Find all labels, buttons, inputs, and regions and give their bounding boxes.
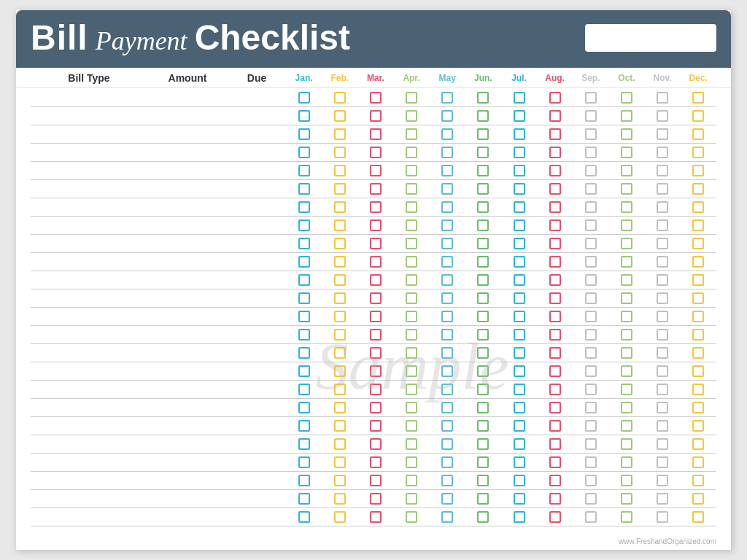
checkbox[interactable]: [692, 329, 704, 341]
checkbox[interactable]: [657, 493, 668, 505]
checkbox[interactable]: [441, 438, 453, 450]
checkbox[interactable]: [334, 311, 346, 322]
due-cell[interactable]: [228, 419, 286, 432]
checkbox[interactable]: [370, 493, 382, 505]
checkbox[interactable]: [621, 384, 632, 395]
amount-cell[interactable]: [147, 237, 228, 250]
checkbox[interactable]: [370, 420, 382, 432]
checkbox[interactable]: [441, 165, 453, 176]
due-cell[interactable]: [228, 365, 286, 378]
bill-type-cell[interactable]: [31, 510, 147, 524]
checkbox[interactable]: [334, 147, 346, 158]
checkbox[interactable]: [406, 438, 417, 450]
checkbox[interactable]: [549, 128, 561, 140]
checkbox[interactable]: [477, 420, 489, 432]
checkbox[interactable]: [406, 128, 417, 140]
checkbox[interactable]: [621, 274, 632, 286]
checkbox[interactable]: [549, 256, 561, 268]
checkbox[interactable]: [441, 238, 453, 249]
checkbox[interactable]: [621, 402, 632, 413]
checkbox[interactable]: [585, 92, 597, 104]
checkbox[interactable]: [585, 256, 597, 268]
checkbox[interactable]: [621, 493, 632, 505]
checkbox[interactable]: [657, 511, 668, 523]
checkbox[interactable]: [514, 128, 525, 140]
checkbox[interactable]: [370, 256, 382, 268]
checkbox[interactable]: [370, 511, 382, 523]
checkbox[interactable]: [692, 201, 704, 213]
checkbox[interactable]: [657, 420, 668, 432]
checkbox[interactable]: [657, 347, 668, 359]
checkbox[interactable]: [585, 475, 597, 486]
checkbox[interactable]: [549, 329, 561, 341]
due-cell[interactable]: [228, 201, 286, 214]
checkbox[interactable]: [477, 365, 489, 377]
checkbox[interactable]: [692, 511, 704, 523]
bill-type-cell[interactable]: [31, 310, 147, 323]
checkbox[interactable]: [298, 511, 310, 523]
due-cell[interactable]: [228, 456, 286, 469]
checkbox[interactable]: [298, 365, 310, 377]
checkbox[interactable]: [334, 511, 346, 523]
checkbox[interactable]: [298, 292, 310, 304]
due-cell[interactable]: [228, 474, 286, 487]
checkbox[interactable]: [514, 219, 525, 231]
checkbox[interactable]: [441, 110, 453, 122]
amount-cell[interactable]: [147, 273, 228, 287]
checkbox[interactable]: [406, 365, 417, 377]
checkbox[interactable]: [692, 475, 704, 486]
checkbox[interactable]: [549, 420, 561, 432]
checkbox[interactable]: [406, 384, 417, 395]
checkbox[interactable]: [621, 347, 632, 359]
checkbox[interactable]: [585, 292, 597, 304]
checkbox[interactable]: [585, 347, 597, 359]
bill-type-cell[interactable]: [31, 365, 147, 378]
checkbox[interactable]: [692, 256, 704, 268]
bill-type-cell[interactable]: [31, 128, 147, 141]
checkbox[interactable]: [514, 438, 525, 450]
checkbox[interactable]: [585, 456, 597, 468]
checkbox[interactable]: [298, 402, 310, 413]
checkbox[interactable]: [441, 183, 453, 195]
checkbox[interactable]: [692, 238, 704, 249]
checkbox[interactable]: [621, 365, 632, 377]
checkbox[interactable]: [549, 147, 561, 158]
checkbox[interactable]: [477, 311, 489, 322]
checkbox[interactable]: [585, 110, 597, 122]
checkbox[interactable]: [370, 274, 382, 286]
checkbox[interactable]: [692, 92, 704, 104]
checkbox[interactable]: [621, 219, 632, 231]
bill-type-cell[interactable]: [31, 438, 147, 451]
checkbox[interactable]: [549, 456, 561, 468]
checkbox[interactable]: [441, 311, 453, 322]
checkbox[interactable]: [514, 165, 525, 176]
checkbox[interactable]: [514, 384, 525, 395]
checkbox[interactable]: [514, 292, 525, 304]
checkbox[interactable]: [441, 219, 453, 231]
checkbox[interactable]: [334, 347, 346, 359]
due-cell[interactable]: [228, 109, 286, 122]
checkbox[interactable]: [585, 311, 597, 322]
bill-type-cell[interactable]: [31, 146, 147, 159]
checkbox[interactable]: [477, 511, 489, 523]
checkbox[interactable]: [585, 128, 597, 140]
checkbox[interactable]: [657, 201, 668, 213]
checkbox[interactable]: [657, 147, 668, 158]
amount-cell[interactable]: [147, 164, 228, 177]
checkbox[interactable]: [549, 274, 561, 286]
checkbox[interactable]: [406, 456, 417, 468]
checkbox[interactable]: [692, 165, 704, 176]
bill-type-cell[interactable]: [31, 419, 147, 432]
checkbox[interactable]: [621, 329, 632, 341]
checkbox[interactable]: [692, 493, 704, 505]
checkbox[interactable]: [657, 365, 668, 377]
checkbox[interactable]: [477, 493, 489, 505]
due-cell[interactable]: [228, 219, 286, 232]
due-cell[interactable]: [228, 255, 286, 268]
checkbox[interactable]: [370, 347, 382, 359]
checkbox[interactable]: [514, 92, 525, 104]
due-cell[interactable]: [228, 182, 286, 195]
amount-cell[interactable]: [147, 91, 228, 104]
checkbox[interactable]: [406, 402, 417, 413]
checkbox[interactable]: [514, 256, 525, 268]
